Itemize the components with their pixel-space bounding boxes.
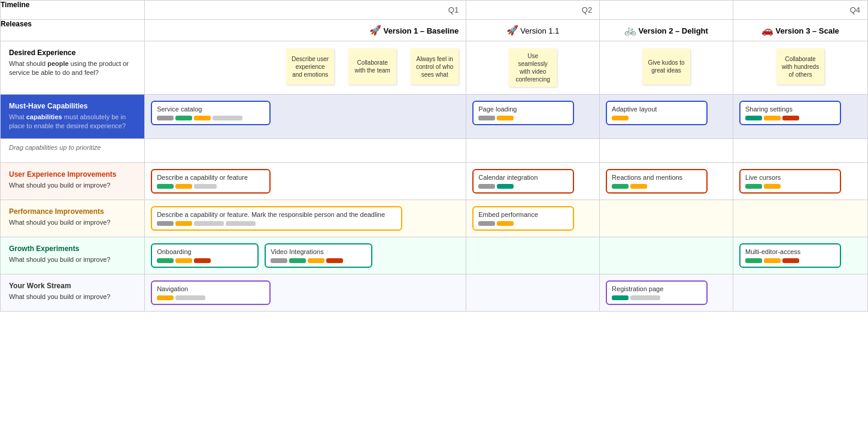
- cap-title: Page loading: [478, 105, 568, 113]
- tag-gray: [271, 258, 287, 263]
- cap-card-describe-perf[interactable]: Describe a capability or feature. Mark t…: [151, 206, 402, 231]
- releases-row: Releases 🚀 Version 1 – Baseline 🚀 Versio…: [1, 20, 868, 41]
- cap-card-service-catalog[interactable]: Service catalog: [151, 101, 271, 125]
- desired-exp-v11-content: Use seamlessly with video conferencing: [466, 41, 600, 95]
- cap-card-page-loading[interactable]: Page loading: [472, 101, 574, 125]
- must-have-v2-content: Adaptive layout: [600, 95, 733, 139]
- work-v11-content: [466, 274, 600, 311]
- cap-card-calendar[interactable]: Calendar integration: [472, 169, 574, 194]
- tag-light: [226, 221, 256, 226]
- must-have-desc: What capabilities must absolutely be in …: [9, 113, 136, 131]
- ux-v3-content: Live cursors: [733, 162, 868, 200]
- tag-light: [213, 116, 242, 120]
- tag-red: [782, 258, 799, 263]
- growth-label: Growth Experiments What should you build…: [1, 237, 145, 274]
- release-v2-name: Version 2 – Delight: [639, 26, 708, 35]
- drag-hint-label: Drag capabilities up to prioritize: [1, 138, 145, 162]
- sticky-note-2[interactable]: Collaborate with the team: [348, 49, 396, 84]
- tag-green: [289, 258, 306, 263]
- ux-label: User Experience Improvements What should…: [1, 162, 145, 200]
- tag-green: [612, 184, 629, 189]
- cap-card-navigation[interactable]: Navigation: [151, 280, 271, 305]
- growth-title: Growth Experiments: [9, 244, 136, 253]
- release-v11-name: Version 1.1: [520, 26, 559, 35]
- tag-yellow: [764, 258, 781, 263]
- cap-card-reactions[interactable]: Reactions and mentions: [606, 169, 708, 194]
- release-v2-icon: 🚲: [624, 25, 636, 35]
- sticky-note-3[interactable]: Always feel in control of who sees what: [411, 49, 459, 84]
- growth-desc: What should you build or improve?: [9, 255, 136, 264]
- must-have-label: Must-Have Capabilities What capabilities…: [1, 95, 145, 139]
- tag-yellow: [308, 258, 324, 263]
- perf-title: Performance Improvements: [9, 207, 136, 216]
- desired-exp-desc: What should people using the product or …: [9, 59, 136, 78]
- drag-hint-row: Drag capabilities up to prioritize: [1, 138, 868, 162]
- ux-row: User Experience Improvements What should…: [1, 162, 868, 200]
- must-have-row: Must-Have Capabilities What capabilities…: [1, 95, 868, 139]
- tag-light: [630, 295, 660, 300]
- sticky-note-4[interactable]: Use seamlessly with video conferencing: [509, 49, 557, 87]
- cap-title: Reactions and mentions: [612, 174, 702, 181]
- tag-green: [175, 116, 192, 120]
- cap-title: Navigation: [157, 285, 265, 292]
- timeline-label: Timeline: [1, 1, 145, 20]
- growth-v1-content: Onboarding Video Integrations: [145, 237, 466, 274]
- desired-exp-v1-content: Describe user experience and emotions Co…: [145, 41, 466, 95]
- ux-v2-content: Reactions and mentions: [600, 162, 733, 200]
- sticky-note-1[interactable]: Describe user experience and emotions: [286, 49, 334, 84]
- timeline-row: Timeline Q1 Q2 Q4: [1, 1, 868, 20]
- tag-yellow: [175, 221, 192, 226]
- tag-yellow: [175, 258, 192, 263]
- must-have-v1-content: Service catalog: [145, 95, 466, 139]
- cap-card-embed-perf[interactable]: Embed performance: [472, 206, 574, 231]
- sticky-note-5[interactable]: Give kudos to great ideas: [642, 49, 690, 84]
- cap-card-onboarding[interactable]: Onboarding: [151, 243, 259, 268]
- cap-card-video-integrations[interactable]: Video Integrations: [265, 243, 372, 268]
- release-v1-icon: 🚀: [369, 25, 381, 35]
- tag-yellow: [157, 295, 174, 300]
- cap-card-describe-ux[interactable]: Describe a capability or feature: [151, 169, 271, 194]
- sticky-note-6[interactable]: Collaborate with hundreds of others: [776, 49, 824, 84]
- release-v1-cell: 🚀 Version 1 – Baseline: [145, 20, 466, 41]
- tag-gray: [478, 184, 495, 189]
- cap-title: Sharing settings: [745, 105, 835, 113]
- ux-v1-content: Describe a capability or feature: [145, 162, 466, 200]
- cap-title: Describe a capability or feature: [157, 174, 265, 181]
- cap-title: Registration page: [612, 285, 702, 292]
- cap-card-adaptive-layout[interactable]: Adaptive layout: [606, 101, 708, 125]
- work-v1-content: Navigation: [145, 274, 466, 311]
- tag-gray: [478, 116, 495, 120]
- timeline-q4-cell: Q4: [733, 1, 868, 20]
- tag-green: [157, 258, 174, 263]
- tag-yellow: [630, 184, 647, 189]
- work-v2-content: Registration page: [600, 274, 733, 311]
- tag-teal: [745, 116, 762, 120]
- cap-card-live-cursors[interactable]: Live cursors: [739, 169, 841, 194]
- tag-yellow: [764, 116, 781, 120]
- release-v3-icon: 🚗: [761, 25, 773, 35]
- tag-yellow: [764, 184, 781, 189]
- ux-title: User Experience Improvements: [9, 170, 136, 179]
- ux-v11-content: Calendar integration: [466, 162, 600, 200]
- tag-yellow: [175, 184, 192, 189]
- release-v2-cell: 🚲 Version 2 – Delight: [600, 20, 733, 41]
- perf-v3-content: [733, 200, 868, 237]
- cap-title: Service catalog: [157, 105, 265, 113]
- release-v1-name: Version 1 – Baseline: [383, 26, 459, 35]
- growth-v2-content: [600, 237, 733, 274]
- cap-title: Calendar integration: [478, 174, 568, 181]
- tag-gray: [478, 221, 495, 226]
- tag-red: [194, 258, 211, 263]
- cap-card-multi-editor[interactable]: Multi-editor-access: [739, 243, 841, 268]
- perf-label: Performance Improvements What should you…: [1, 200, 145, 237]
- desired-exp-v3-content: Collaborate with hundreds of others: [733, 41, 868, 95]
- tag-light: [194, 221, 224, 226]
- must-have-v3-content: Sharing settings: [733, 95, 868, 139]
- tag-light: [175, 295, 205, 300]
- tag-yellow: [194, 116, 211, 120]
- cap-card-registration[interactable]: Registration page: [606, 280, 708, 305]
- cap-title: Multi-editor-access: [745, 248, 835, 255]
- cap-card-sharing-settings[interactable]: Sharing settings: [739, 101, 841, 125]
- work-label: Your Work Stream What should you build o…: [1, 274, 145, 311]
- tag-teal: [612, 295, 629, 300]
